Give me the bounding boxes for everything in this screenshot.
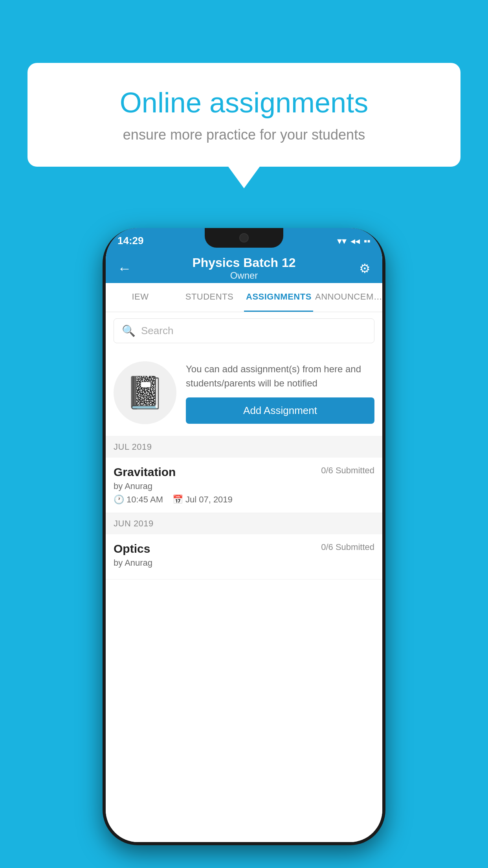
header-subtitle: Owner [137, 270, 351, 281]
tab-iew[interactable]: IEW [106, 283, 175, 312]
assignment-by-gravitation: by Anurag [114, 481, 374, 491]
speech-bubble-section: Online assignments ensure more practice … [28, 63, 460, 188]
assignment-meta-gravitation: 🕐 10:45 AM 📅 Jul 07, 2019 [114, 495, 374, 505]
search-icon: 🔍 [122, 324, 136, 337]
tabs-bar: IEW STUDENTS ASSIGNMENTS ANNOUNCEM… [106, 283, 382, 312]
speech-bubble-title: Online assignments [55, 86, 433, 119]
assignment-date-gravitation: 📅 Jul 07, 2019 [172, 495, 233, 505]
add-assignment-button[interactable]: Add Assignment [186, 397, 374, 424]
assignment-time-gravitation: 🕐 10:45 AM [114, 495, 163, 505]
battery-icon: ▪▪ [364, 235, 371, 246]
calendar-icon: 📅 [172, 495, 183, 505]
search-container: 🔍 Search [106, 312, 382, 349]
add-assignment-right: You can add assignment(s) from here and … [186, 362, 374, 424]
section-header-jun: JUN 2019 [106, 513, 382, 534]
speech-bubble-arrow [228, 167, 260, 188]
assignment-row-top-optics: Optics 0/6 Submitted [114, 542, 374, 555]
back-button[interactable]: ← [117, 260, 137, 277]
status-icons: ▾▾ ◂◂ ▪▪ [337, 235, 371, 246]
settings-button[interactable]: ⚙ [351, 261, 371, 276]
assignment-row-top: Gravitation 0/6 Submitted [114, 465, 374, 479]
header-center: Physics Batch 12 Owner [137, 256, 351, 281]
phone-mockup: 14:29 ▾▾ ◂◂ ▪▪ ← Physics Batch 12 Owner … [103, 228, 385, 845]
assignment-name-optics: Optics [114, 542, 150, 555]
signal-icon: ◂◂ [350, 235, 360, 246]
date-value: Jul 07, 2019 [185, 495, 233, 505]
assignment-submitted-optics: 0/6 Submitted [321, 542, 374, 552]
assignment-icon-circle: 📓 [114, 361, 176, 424]
notebook-icon: 📓 [125, 374, 165, 411]
speech-bubble-subtitle: ensure more practice for your students [55, 127, 433, 143]
content-area: 🔍 Search 📓 You can add assignment(s) fro… [106, 312, 382, 842]
status-time: 14:29 [117, 235, 144, 247]
screen: 14:29 ▾▾ ◂◂ ▪▪ ← Physics Batch 12 Owner … [106, 228, 382, 842]
assignment-gravitation[interactable]: Gravitation 0/6 Submitted by Anurag 🕐 10… [106, 458, 382, 513]
section-header-jul: JUL 2019 [106, 436, 382, 458]
assignment-by-optics: by Anurag [114, 558, 374, 568]
phone-outer: 14:29 ▾▾ ◂◂ ▪▪ ← Physics Batch 12 Owner … [103, 228, 385, 845]
assignment-optics[interactable]: Optics 0/6 Submitted by Anurag [106, 534, 382, 579]
assignment-submitted-gravitation: 0/6 Submitted [321, 465, 374, 476]
search-bar[interactable]: 🔍 Search [114, 318, 374, 343]
add-assignment-section: 📓 You can add assignment(s) from here an… [106, 349, 382, 436]
tab-students[interactable]: STUDENTS [175, 283, 244, 312]
speech-bubble: Online assignments ensure more practice … [28, 63, 460, 167]
search-placeholder: Search [141, 325, 173, 337]
assignment-name-gravitation: Gravitation [114, 465, 176, 479]
phone-camera [239, 233, 249, 243]
wifi-icon: ▾▾ [337, 235, 347, 246]
clock-icon: 🕐 [114, 495, 124, 505]
tab-assignments[interactable]: ASSIGNMENTS [244, 283, 313, 312]
header-title: Physics Batch 12 [137, 256, 351, 270]
phone-notch [205, 228, 283, 248]
tab-announcements[interactable]: ANNOUNCEM… [313, 283, 382, 312]
time-value: 10:45 AM [127, 495, 163, 505]
add-assignment-description: You can add assignment(s) from here and … [186, 362, 374, 390]
